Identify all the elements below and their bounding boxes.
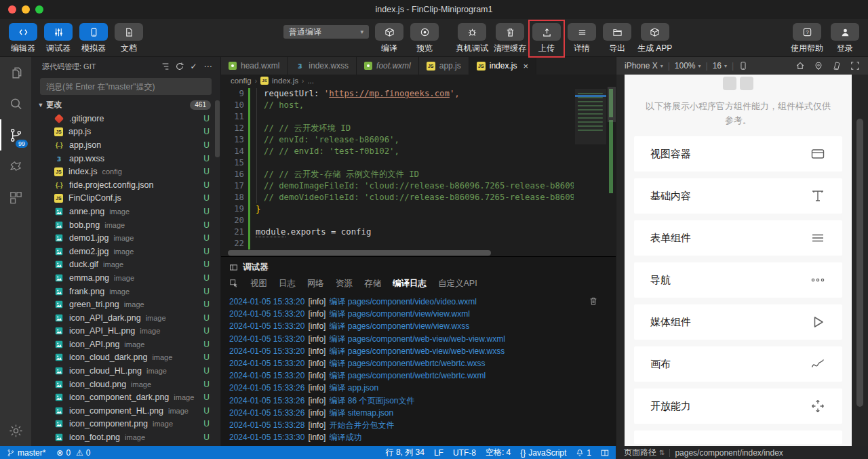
toolbar-compile-button[interactable]: 编译 — [374, 23, 404, 54]
debugger-tab[interactable]: 编译日志 — [393, 278, 427, 290]
clear-logs-icon[interactable] — [589, 296, 598, 308]
cursor-position[interactable]: 行 8, 列 34 — [386, 447, 425, 458]
toolbar-export-button[interactable]: 导出 — [602, 23, 632, 54]
toolbar-debugger-button[interactable]: 调试器 — [43, 23, 73, 54]
log-entry[interactable]: 2024-01-05 15:33:20[info]编译 pages/compon… — [229, 321, 616, 333]
sidebar-item-extensions[interactable] — [0, 182, 31, 213]
view-as-tree-icon[interactable] — [158, 60, 172, 73]
close-window-button[interactable] — [8, 5, 16, 14]
language-mode[interactable]: {} JavaScript — [520, 448, 566, 458]
element-picker-icon[interactable] — [229, 279, 239, 288]
breadcrumb-file[interactable]: index.js — [272, 77, 298, 85]
component-card[interactable]: 画布 — [634, 346, 842, 382]
editor-vertical-scrollbar[interactable] — [608, 87, 616, 122]
debugger-tab[interactable]: 视图 — [250, 278, 267, 290]
problems-status[interactable]: ⊗ 0 ⚠ 0 — [56, 448, 90, 458]
component-card[interactable]: 表单组件 — [634, 220, 842, 256]
tab-app.js[interactable]: JSapp.js — [419, 57, 469, 75]
file-row[interactable]: JSindex.jsconfigU — [31, 165, 220, 178]
eol-indicator[interactable]: LF — [434, 448, 443, 458]
component-card[interactable]: 导航 — [634, 262, 842, 298]
toolbar-login-button[interactable]: 登录 — [830, 23, 860, 54]
tab-foot.wxml[interactable]: foot.wxml — [357, 57, 419, 75]
editor-horizontal-scrollbar[interactable] — [228, 250, 491, 256]
file-row[interactable]: JSapp.jsU — [31, 125, 220, 139]
commit-message-input[interactable] — [40, 78, 212, 95]
component-card[interactable]: 视图容器 — [634, 136, 842, 172]
file-row[interactable]: icon_component.pngimageU — [31, 418, 220, 431]
file-row[interactable]: emma.pngimageU — [31, 271, 220, 285]
simulator-scrollbar[interactable] — [856, 119, 863, 407]
file-row[interactable]: icon_cloud_dark.pngimageU — [31, 351, 220, 365]
git-branch-status[interactable]: master* — [7, 448, 45, 458]
changes-section-header[interactable]: ▼ 更改 461 — [31, 98, 220, 112]
font-size-selector[interactable]: 16 ▾ — [713, 61, 727, 71]
sidebar-item-debug[interactable] — [0, 151, 31, 182]
toolbar-docs-button[interactable]: 文档 — [114, 23, 144, 54]
sidebar-item-search[interactable] — [0, 88, 31, 119]
tab-index.js[interactable]: JSindex.js× — [469, 57, 536, 75]
toolbar-upload-button[interactable]: 上传 — [532, 23, 561, 54]
file-row[interactable]: anne.pngimageU — [31, 205, 220, 218]
file-row[interactable]: icon_component_dark.pngimageU — [31, 391, 220, 404]
tab-index.wxss[interactable]: ɜindex.wxss — [288, 57, 357, 75]
zoom-window-button[interactable] — [35, 5, 43, 14]
toolbar-editor-button[interactable]: 编辑器 — [8, 23, 38, 54]
toolbar-remote-debug-button[interactable]: 真机调试 — [456, 23, 488, 54]
toolbar-simulator-button[interactable]: 模拟器 — [79, 23, 108, 54]
toolbar-gen-app-button[interactable]: 生成 APP — [637, 23, 672, 54]
toolbar-preview-button[interactable]: 预览 — [410, 23, 439, 54]
file-row[interactable]: frank.pngimageU — [31, 285, 220, 298]
home-icon[interactable] — [795, 61, 805, 71]
component-card[interactable]: 媒体组件 — [634, 304, 842, 340]
sidebar-item-source-control[interactable]: 99 — [0, 119, 31, 151]
file-row[interactable]: icon_cloud_HL.pngimageU — [31, 364, 220, 378]
location-pin-icon[interactable] — [814, 61, 823, 71]
tab-head.wxml[interactable]: head.wxml — [221, 57, 288, 75]
code-content[interactable]: 9requestUrl: 'https://mp.finogeeks.com',… — [221, 88, 574, 250]
zoom-selector[interactable]: 100% ▾ — [675, 61, 701, 71]
debugger-tab[interactable]: 日志 — [279, 278, 296, 290]
log-entry[interactable]: 2024-01-05 15:33:30[info]编译成功 — [229, 432, 616, 444]
encoding-indicator[interactable]: UTF-8 — [453, 448, 476, 458]
notifications-bell[interactable]: 1 — [576, 448, 591, 458]
scan-frame-icon[interactable] — [850, 61, 860, 71]
component-card[interactable]: 开放能力 — [634, 388, 842, 424]
minimap[interactable] — [575, 89, 606, 144]
log-entry[interactable]: 2024-01-05 15:33:26[info]编译 app.json — [229, 382, 616, 395]
file-row[interactable]: icon_API.pngimageU — [31, 338, 220, 351]
file-row[interactable]: icon_cloud.pngimageU — [31, 378, 220, 391]
page-path-selector[interactable]: 页面路径 ⇅ — [624, 447, 665, 458]
log-entry[interactable]: 2024-01-05 15:33:28[info]开始合并分包文件 — [229, 420, 616, 432]
compile-mode-dropdown[interactable]: 普通编译 ▾ — [283, 25, 369, 39]
log-entry[interactable]: 2024-01-05 15:33:26[info]编译 sitemap.json — [229, 407, 616, 420]
sidebar-scrollbar[interactable] — [215, 100, 220, 157]
file-row[interactable]: .gitignoreU — [31, 112, 220, 125]
breadcrumb-symbol[interactable]: ... — [307, 77, 314, 85]
file-row[interactable]: icon_API_HL.pngimageU — [31, 325, 220, 338]
toolbar-help-button[interactable]: ?使用帮助 — [791, 23, 823, 54]
debugger-tab[interactable]: 存储 — [364, 278, 381, 290]
log-entry[interactable]: 2024-01-05 15:33:20[info]编译 pages/compon… — [229, 370, 616, 382]
debugger-tab[interactable]: 资源 — [336, 278, 353, 290]
debugger-tab[interactable]: 自定义API — [438, 278, 477, 290]
settings-button[interactable] — [0, 415, 31, 446]
log-entry[interactable]: 2024-01-05 15:33:26[info]编译 86 个页面json文件 — [229, 395, 616, 407]
file-row[interactable]: {..}app.jsonU — [31, 138, 220, 152]
commit-check-icon[interactable]: ✓ — [186, 60, 201, 73]
component-card[interactable]: 基础内容 — [634, 178, 842, 214]
file-row[interactable]: icon_foot.pngimageU — [31, 431, 220, 444]
file-row[interactable]: ɜapp.wxssU — [31, 152, 220, 165]
close-icon[interactable]: × — [523, 62, 528, 71]
file-row[interactable]: bob.pngimageU — [31, 218, 220, 232]
breadcrumb-folder[interactable]: config — [231, 77, 252, 85]
more-actions-icon[interactable]: ⋯ — [201, 60, 215, 73]
minimize-window-button[interactable] — [22, 5, 30, 14]
indentation-indicator[interactable]: 空格: 4 — [486, 447, 511, 458]
rotate-device-icon[interactable] — [832, 61, 842, 71]
toolbar-clear-cache-button[interactable]: 清理缓存 — [494, 23, 526, 54]
file-row[interactable]: demo2.jpgimageU — [31, 245, 220, 258]
log-entry[interactable]: 2024-01-05 15:33:20[info]编译 pages/compon… — [229, 334, 616, 346]
file-row[interactable]: icon_API_dark.pngimageU — [31, 311, 220, 325]
file-row[interactable]: JSFinClipConf.jsU — [31, 192, 220, 205]
